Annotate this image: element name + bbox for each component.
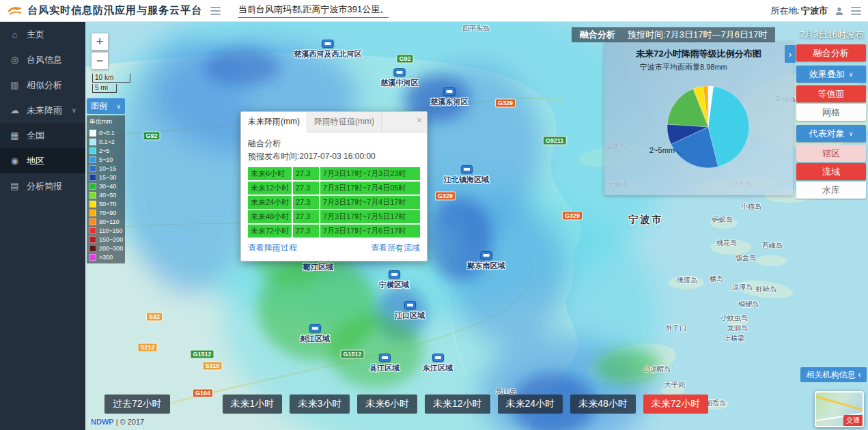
sidebar-item-region[interactable]: ◉地区 xyxy=(0,148,85,173)
region-label: 县江区域 xyxy=(369,363,400,373)
close-icon[interactable]: × xyxy=(417,115,422,126)
copyright-link[interactable]: NDWP xyxy=(91,418,114,426)
road-badge: S32 xyxy=(146,313,163,321)
typhoon-status-text: 当前台风南玛都,距离宁波市391公里。 xyxy=(238,3,389,18)
reservoir-button[interactable]: 水库 xyxy=(796,182,866,199)
legend-item: 150~200 xyxy=(89,235,122,244)
sidebar-item-home[interactable]: ⌂主页 xyxy=(0,22,85,47)
grid-button[interactable]: 网格 xyxy=(796,104,866,121)
region-marker[interactable]: 县江区域 xyxy=(369,354,400,373)
title-menu-icon[interactable] xyxy=(210,7,221,15)
region-marker[interactable]: 剡江区域 xyxy=(300,324,330,344)
city-label: 宁波市 xyxy=(629,214,664,226)
traffic-inset-map[interactable]: 交通 xyxy=(815,391,864,427)
analysis-mode-label: 融合分析 xyxy=(580,29,615,41)
sidebar-item-analysis-report[interactable]: ▤分析简报 xyxy=(0,173,85,199)
road-badge: G329 xyxy=(495,99,516,108)
region-marker[interactable]: 慈溪西河及西北河区 xyxy=(294,40,362,59)
region-marker[interactable]: 宁横区域 xyxy=(379,270,409,290)
island-label: 桃花岛 xyxy=(716,238,737,248)
popup-source-label: 融合分析 xyxy=(248,138,420,149)
rain-icon: ☁ xyxy=(9,105,20,115)
app-title: 台风实时信息防汛应用与服务云平台 xyxy=(27,4,202,17)
nation-grid-icon: ▦ xyxy=(9,130,20,141)
isosurface-button[interactable]: 等值面 xyxy=(796,85,866,102)
time-button-past-72h[interactable]: 过去72小时 xyxy=(104,395,170,414)
legend-swatch xyxy=(89,139,96,145)
legend-label: 2~5 xyxy=(99,147,109,154)
road-badge: G1512 xyxy=(340,350,364,359)
legend-label: 30~40 xyxy=(99,183,116,190)
region-marker[interactable]: 慈溪中河区 xyxy=(381,68,419,88)
legend-label: 0~0.1 xyxy=(99,130,115,137)
road-badge: G1512 xyxy=(190,350,214,359)
basin-button[interactable]: 流域 xyxy=(796,163,866,180)
sidebar-item-future-rain[interactable]: ☁未来降雨∨ xyxy=(0,98,85,123)
legend-panel: 图例 ∨ 单位mm 0~0.10.1~22~55~1010~1515~3030~… xyxy=(87,98,125,263)
tab-rain-features[interactable]: 降雨特征值(mm) xyxy=(307,112,382,132)
header-menu-icon[interactable] xyxy=(851,7,861,15)
chevron-down-icon: ∨ xyxy=(116,103,121,110)
road-badge: G329 xyxy=(435,192,456,201)
time-button-next-6h[interactable]: 未来6小时 xyxy=(357,395,417,414)
region-marker[interactable]: 鄞东南区域 xyxy=(468,251,505,271)
traffic-label: 交通 xyxy=(843,415,863,426)
rain-value: 27.3 xyxy=(293,210,319,223)
sidebar-item-label: 相似分析 xyxy=(27,79,62,91)
legend-item: 90~110 xyxy=(89,217,122,226)
region-marker[interactable]: 东江区域 xyxy=(423,354,453,373)
road-badge: G92 xyxy=(143,132,160,141)
time-button-next-12h[interactable]: 未来12小时 xyxy=(425,395,490,414)
zoom-out-button[interactable]: − xyxy=(91,52,109,70)
legend-header[interactable]: 图例 ∨ xyxy=(87,98,125,114)
legend-swatch xyxy=(89,236,96,243)
fusion-analysis-button[interactable]: 融合分析 xyxy=(796,44,866,61)
sidebar-item-label: 未来降雨 xyxy=(27,104,62,117)
time-button-next-3h[interactable]: 未来3小时 xyxy=(290,395,350,414)
sidebar-item-label: 主页 xyxy=(27,29,44,41)
zoom-in-button[interactable]: + xyxy=(91,33,109,51)
panel-collapse-handle[interactable]: › xyxy=(785,45,796,63)
sidebar-item-typhoon-info[interactable]: ◎台风信息 xyxy=(0,47,85,72)
view-rain-process-link[interactable]: 查看降雨过程 xyxy=(248,242,297,254)
app-logo-icon xyxy=(7,5,23,17)
map-copyright: NDWP | © 2017 xyxy=(91,418,144,426)
region-marker[interactable]: 慈溪东河区 xyxy=(431,87,468,107)
district-button[interactable]: 辖区 xyxy=(796,145,866,162)
region-marker[interactable]: 江口区域 xyxy=(395,301,425,321)
rain-period: 未来72小时 xyxy=(248,225,292,238)
legend-label: 15~30 xyxy=(99,174,116,181)
layer-controls: 融合分析效果叠加∨等值面网格代表对象∨辖区流域水库 xyxy=(796,44,866,199)
target-object-dropdown[interactable]: 代表对象∨ xyxy=(796,125,866,142)
related-org-info-button[interactable]: 相关机构信息 ‹ xyxy=(800,367,867,382)
region-marker-icon xyxy=(444,87,456,96)
time-button-next-72h[interactable]: 未来72小时 xyxy=(643,395,709,414)
region-marker-icon xyxy=(461,165,473,173)
map-canvas[interactable]: 慈溪西河及西北河区慈溪中河区慈溪东河区江北镇海区域鄞东南区域鄞江区域宁横区域江口… xyxy=(85,22,868,430)
chevron-left-icon: ‹ xyxy=(858,370,861,379)
map-scale: 10 km 5 mi xyxy=(92,74,130,93)
tab-future-rain[interactable]: 未来降雨(mm) xyxy=(241,112,307,132)
rain-range: 7月3日17时~7月4日17时 xyxy=(320,196,420,209)
rain-table-row: 未来12小时27.37月3日17时~7月4日05时 xyxy=(248,182,420,195)
rain-period: 未来24小时 xyxy=(248,196,292,209)
time-button-next-48h[interactable]: 未来48小时 xyxy=(570,395,636,414)
app-header: 台风实时信息防汛应用与服务云平台 当前台风南玛都,距离宁波市391公里。 所在地… xyxy=(0,0,868,22)
region-label: 慈溪中河区 xyxy=(381,78,419,88)
popup-publish-time: 预报发布时间:2017-07-03 16:00:00 xyxy=(248,151,420,162)
legend-unit: 单位mm xyxy=(89,117,122,126)
region-label: 慈溪西河及西北河区 xyxy=(294,49,362,59)
region-label: 鄞东南区域 xyxy=(468,261,505,271)
island-label: 虾峙岛 xyxy=(756,285,776,294)
sidebar-item-similar-analysis[interactable]: ▥相似分析 xyxy=(0,72,85,98)
region-marker-icon xyxy=(432,354,444,362)
sidebar-item-nationwide[interactable]: ▦全国 xyxy=(0,123,85,148)
time-button-next-24h[interactable]: 未来24小时 xyxy=(498,395,563,414)
region-label: 东江区域 xyxy=(423,363,453,373)
time-button-next-1h[interactable]: 未来1小时 xyxy=(223,395,283,414)
island-label: 横岛 xyxy=(710,274,723,284)
user-icon[interactable] xyxy=(835,6,844,16)
view-all-basins-link[interactable]: 查看所有流域 xyxy=(371,242,420,254)
effect-overlay-dropdown[interactable]: 效果叠加∨ xyxy=(796,66,866,83)
region-marker[interactable]: 江北镇海区域 xyxy=(444,165,489,185)
